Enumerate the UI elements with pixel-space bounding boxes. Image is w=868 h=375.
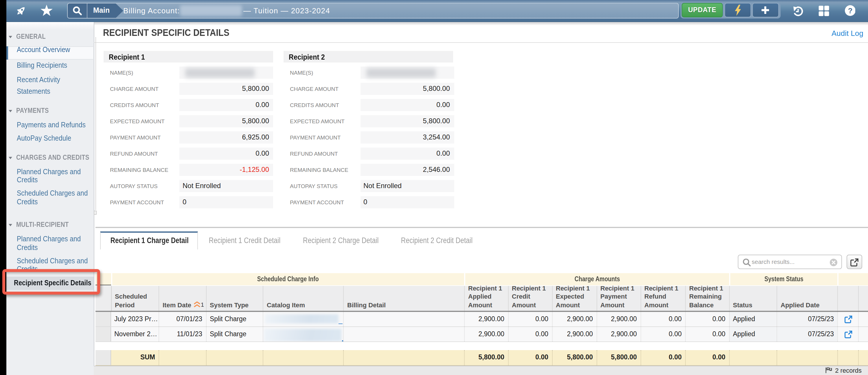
svg-text:?: ? [848,7,852,15]
